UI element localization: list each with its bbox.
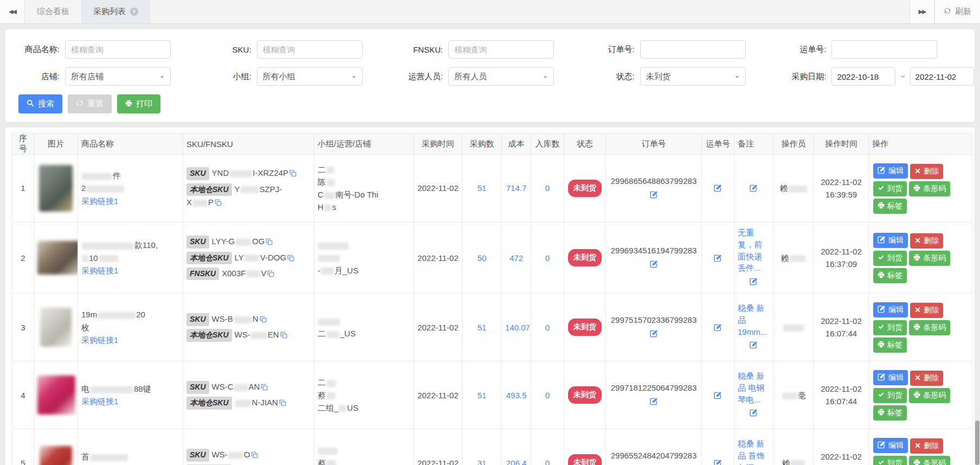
edit-order-icon[interactable] — [650, 396, 658, 409]
redacted-text — [246, 270, 260, 277]
edit-button[interactable]: 编辑 — [873, 370, 908, 385]
purchase-date-from-input[interactable] — [831, 67, 895, 86]
copy-icon[interactable] — [251, 449, 258, 462]
barcode-button[interactable]: 条形码 — [909, 388, 950, 403]
cost-link[interactable]: 714.7 — [506, 183, 527, 193]
purchase-link[interactable]: 采购链接1 — [81, 335, 118, 345]
redacted-text — [90, 454, 128, 461]
status-select[interactable]: 未到货 — [640, 67, 746, 86]
copy-icon[interactable] — [267, 268, 274, 281]
edit-note-icon[interactable] — [750, 340, 758, 352]
barcode-button[interactable]: 条形码 — [909, 181, 950, 196]
cost-link[interactable]: 493.5 — [506, 391, 527, 400]
shop-select[interactable]: 所有店铺 — [65, 67, 171, 86]
order-no-input[interactable] — [640, 40, 746, 59]
label-button[interactable]: 标签 — [873, 337, 907, 353]
qty-link[interactable]: 50 — [478, 253, 487, 263]
operator-select[interactable]: 所有人员 — [448, 67, 554, 86]
delete-button[interactable]: 删除 — [910, 371, 943, 386]
copy-icon[interactable] — [266, 236, 273, 249]
tab-dashboard[interactable]: 综合看板 — [25, 0, 81, 23]
search-button[interactable]: 搜索 — [18, 94, 62, 113]
scroll-tabs-right-button[interactable]: ▶▶ — [910, 0, 934, 23]
sku-input[interactable] — [257, 40, 363, 59]
purchase-link[interactable]: 采购链接1 — [81, 196, 118, 206]
edit-order-icon[interactable] — [650, 328, 658, 341]
copy-icon[interactable] — [287, 252, 294, 265]
copy-icon[interactable] — [261, 381, 268, 394]
edit-button[interactable]: 编辑 — [873, 438, 908, 453]
stock-in-link[interactable]: 0 — [545, 183, 550, 193]
qty-link[interactable]: 51 — [478, 323, 487, 332]
qty-link[interactable]: 31 — [478, 458, 487, 465]
edit-button[interactable]: 编辑 — [873, 302, 908, 317]
stock-in-link[interactable]: 0 — [545, 391, 550, 400]
close-tab-icon[interactable]: × — [130, 8, 138, 16]
stock-in-link[interactable]: 0 — [545, 323, 550, 332]
qty-link[interactable]: 51 — [478, 391, 487, 400]
copy-icon[interactable] — [260, 314, 267, 326]
copy-icon[interactable] — [279, 397, 286, 410]
edit-note-icon[interactable] — [750, 276, 758, 289]
edit-waybill-icon[interactable] — [714, 183, 722, 195]
edit-icon — [878, 441, 886, 450]
arrived-button[interactable]: 到货 — [873, 251, 907, 266]
qty-link[interactable]: 51 — [478, 183, 487, 193]
edit-button[interactable]: 编辑 — [873, 233, 908, 248]
product-photo[interactable] — [39, 165, 73, 212]
cell-photo — [34, 429, 78, 465]
tab-purchase-list[interactable]: 采购列表× — [81, 0, 150, 23]
barcode-button[interactable]: 条形码 — [909, 251, 950, 266]
delete-button[interactable]: 删除 — [910, 233, 943, 249]
edit-waybill-icon[interactable] — [714, 458, 722, 465]
edit-order-icon[interactable] — [650, 259, 658, 271]
fnsku-input[interactable] — [448, 40, 554, 59]
cell-text: s — [332, 202, 337, 212]
edit-note-icon[interactable] — [750, 183, 758, 195]
label-button[interactable]: 标签 — [873, 405, 907, 421]
cost-link[interactable]: 140.07 — [505, 323, 530, 332]
purchase-link[interactable]: 采购链接1 — [81, 397, 118, 406]
delete-button[interactable]: 删除 — [910, 438, 943, 454]
cell-photo — [34, 361, 78, 429]
stock-in-link[interactable]: 0 — [545, 458, 550, 465]
product-photo[interactable] — [37, 241, 78, 275]
vertical-scrollbar[interactable] — [975, 421, 979, 465]
arrived-button[interactable]: 到货 — [873, 320, 907, 335]
arrived-button[interactable]: 到货 — [873, 181, 907, 196]
copy-icon[interactable] — [215, 197, 222, 209]
product-photo[interactable] — [40, 446, 72, 465]
cell-photo — [34, 155, 78, 222]
delete-button[interactable]: 删除 — [910, 164, 943, 179]
edit-waybill-icon[interactable] — [714, 322, 722, 335]
cell-stock-in-qty: 0 — [531, 294, 564, 361]
product-name-input[interactable] — [65, 40, 171, 59]
cost-link[interactable]: 472 — [510, 253, 523, 263]
edit-note-icon[interactable] — [750, 407, 758, 420]
group-select[interactable]: 所有小组 — [257, 67, 363, 86]
copy-icon[interactable] — [280, 329, 287, 342]
edit-waybill-icon[interactable] — [714, 253, 722, 265]
delete-button[interactable]: 删除 — [910, 303, 943, 318]
barcode-button[interactable]: 条形码 — [909, 320, 950, 335]
product-photo[interactable] — [37, 375, 75, 415]
cost-link[interactable]: 206.4 — [506, 458, 527, 465]
waybill-no-input[interactable] — [831, 40, 937, 59]
scroll-tabs-left-button[interactable]: ◀◀ — [0, 0, 25, 23]
arrived-button[interactable]: 到货 — [873, 388, 907, 403]
label-button[interactable]: 标签 — [873, 268, 907, 283]
refresh-button[interactable]: 刷新 — [934, 0, 980, 23]
edit-waybill-icon[interactable] — [714, 390, 722, 403]
barcode-button[interactable]: 条形码 — [909, 456, 950, 465]
copy-icon[interactable] — [289, 168, 296, 180]
arrived-button[interactable]: 到货 — [873, 456, 907, 465]
product-photo[interactable] — [40, 308, 72, 347]
print-button[interactable]: 打印 — [117, 94, 160, 113]
reset-button[interactable]: 重置 — [68, 94, 112, 113]
purchase-link[interactable]: 采购链接1 — [81, 266, 118, 275]
label-button[interactable]: 标签 — [873, 199, 907, 214]
edit-order-icon[interactable] — [650, 189, 658, 202]
stock-in-link[interactable]: 0 — [545, 253, 550, 263]
edit-button[interactable]: 编辑 — [873, 163, 908, 179]
purchase-date-to-input[interactable] — [910, 67, 974, 86]
